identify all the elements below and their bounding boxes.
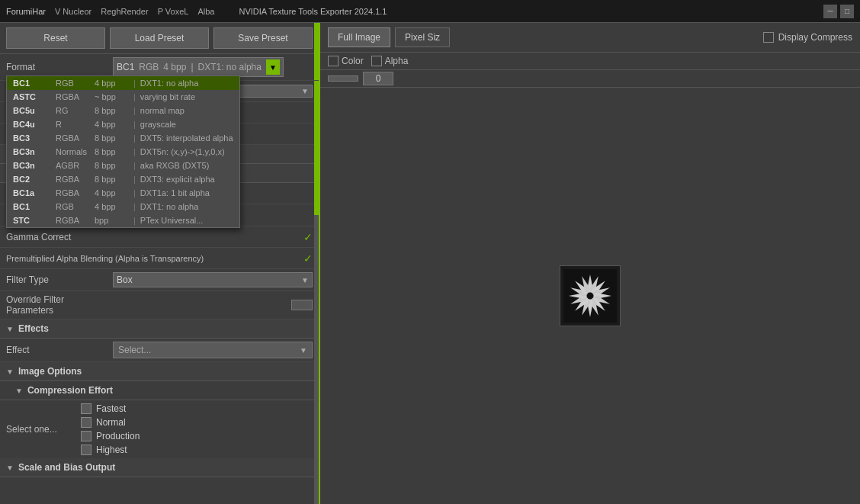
format-option-channels: AGBR bbox=[56, 161, 90, 170]
image-options-header[interactable]: ▼ Image Options bbox=[0, 362, 319, 381]
preview-area bbox=[320, 88, 860, 504]
format-option-bc3n[interactable]: BC3n AGBR 8 bpp | aka RXGB (DXT5) bbox=[7, 159, 239, 172]
format-option-sep: | bbox=[133, 147, 136, 156]
format-option-sep: | bbox=[133, 216, 136, 225]
compression-checkbox-production[interactable] bbox=[81, 431, 91, 441]
effects-label: Effects bbox=[18, 323, 49, 334]
compression-label-production: Production bbox=[96, 431, 140, 441]
scale-bias-header[interactable]: ▼ Scale and Bias Output bbox=[0, 458, 319, 477]
filter-type-label: Filter Type bbox=[6, 274, 113, 285]
minimize-button[interactable]: ─ bbox=[823, 5, 837, 18]
scrollbar[interactable] bbox=[314, 23, 319, 504]
compression-checkbox-fastest[interactable] bbox=[81, 403, 91, 414]
premult-alpha-check[interactable]: ✓ bbox=[303, 252, 313, 265]
load-preset-button[interactable]: Load Preset bbox=[110, 27, 209, 49]
format-option-code: BC5u bbox=[13, 106, 51, 115]
format-option-desc: DXT5: interpolated alpha bbox=[140, 133, 233, 143]
tab-voxel[interactable]: P VoxeL bbox=[158, 7, 189, 16]
gamma-correct-row: Gamma Correct ✓ bbox=[0, 226, 319, 248]
format-option-bc1a[interactable]: BC1a RGBA 4 bpp | DXT1a: 1 bit alpha bbox=[7, 186, 239, 200]
effects-arrow: ▼ bbox=[6, 325, 14, 333]
display-compress-checkbox[interactable] bbox=[763, 32, 774, 43]
format-option-sep: | bbox=[133, 79, 136, 88]
compression-label-highest: Highest bbox=[96, 445, 127, 455]
format-option-code: BC3n bbox=[13, 147, 51, 156]
compression-options-list: Fastest Normal Production Highest bbox=[81, 403, 140, 455]
tab-v[interactable]: V Nucleor bbox=[55, 7, 91, 16]
format-option-astc[interactable]: ASTC RGBA ~ bpp | varying bit rate bbox=[7, 90, 239, 104]
format-option-bc3n[interactable]: BC3n Normals 8 bpp | DXT5n: (x,y)->(1,y,… bbox=[7, 145, 239, 159]
format-option-code: BC1a bbox=[13, 188, 51, 197]
format-option-sep: | bbox=[133, 92, 136, 101]
override-filter-row: Override Filter Parameters bbox=[0, 291, 319, 319]
override-filter-toggle[interactable] bbox=[291, 300, 313, 310]
format-option-bpp: 8 bpp bbox=[95, 133, 129, 143]
image-options-arrow: ▼ bbox=[6, 368, 14, 376]
scrollbar-thumb[interactable] bbox=[314, 23, 319, 215]
format-select[interactable]: BC1 RGB 4 bpp | DXT1: no alpha ▼ bbox=[113, 57, 284, 77]
format-option-bc4u[interactable]: BC4u R 4 bpp | grayscale bbox=[7, 117, 239, 131]
format-option-code: BC1 bbox=[13, 79, 51, 88]
slider-track[interactable] bbox=[328, 75, 358, 82]
format-value: BC1 RGB 4 bpp | DXT1: no alpha ▼ bbox=[113, 57, 313, 77]
display-compress-row: Display Compress bbox=[763, 32, 852, 43]
format-option-desc: DXT1: no alpha bbox=[140, 79, 198, 88]
format-option-sep: | bbox=[133, 202, 136, 211]
gamma-correct-value: ✓ bbox=[113, 231, 313, 243]
format-option-desc: varying bit rate bbox=[140, 92, 195, 101]
format-option-desc: PTex Universal... bbox=[140, 216, 204, 225]
effect-select[interactable]: Select... ▼ bbox=[113, 342, 313, 358]
slider-value: 0 bbox=[363, 72, 393, 85]
pixel-size-button[interactable]: Pixel Siz bbox=[395, 27, 450, 47]
gamma-correct-check[interactable]: ✓ bbox=[303, 231, 313, 243]
override-filter-value bbox=[113, 300, 313, 310]
format-option-bpp: 4 bpp bbox=[95, 120, 129, 129]
title-bar-controls: ─ □ bbox=[823, 5, 854, 18]
full-image-button[interactable]: Full Image bbox=[328, 27, 390, 47]
compression-checkbox-highest[interactable] bbox=[81, 445, 91, 455]
reset-button[interactable]: Reset bbox=[6, 27, 105, 49]
format-option-bc3[interactable]: BC3 RGBA 8 bpp | DXT5: interpolated alph… bbox=[7, 131, 239, 145]
format-option-code: BC2 bbox=[13, 175, 51, 184]
color-checkbox[interactable] bbox=[328, 56, 339, 66]
title-bar: ForumiHar V Nucleor ReghRender P VoxeL A… bbox=[0, 0, 860, 23]
format-option-desc: DXT1: no alpha bbox=[140, 202, 198, 211]
format-option-bpp: 4 bpp bbox=[95, 202, 129, 211]
compression-option-fastest: Fastest bbox=[81, 403, 140, 414]
filter-type-text: Box bbox=[117, 274, 133, 285]
format-option-code: ASTC bbox=[13, 92, 51, 101]
format-option-code: STC bbox=[13, 216, 51, 225]
title-bar-left: ForumiHar V Nucleor ReghRender P VoxeL A… bbox=[6, 7, 387, 16]
compression-effort-label: Compression Effort bbox=[27, 385, 113, 396]
format-option-bpp: 8 bpp bbox=[95, 161, 129, 170]
left-panel: Reset Load Preset Save Preset Format BC1… bbox=[0, 23, 320, 504]
override-filter-label: Override Filter Parameters bbox=[6, 294, 113, 316]
tab-forum[interactable]: ForumiHar bbox=[6, 7, 46, 16]
tab-alba[interactable]: Alba bbox=[197, 7, 214, 16]
format-option-bc5u[interactable]: BC5u RG 8 bpp | normal map bbox=[7, 104, 239, 117]
format-option-bc1[interactable]: BC1 RGB 4 bpp | DXT1: no alpha bbox=[7, 76, 239, 90]
gamma-correct-label: Gamma Correct bbox=[6, 232, 113, 242]
compression-option-normal: Normal bbox=[81, 417, 140, 428]
compression-options-row: Select one... Fastest Normal Production … bbox=[0, 400, 319, 458]
format-option-bc2[interactable]: BC2 RGBA 8 bpp | DXT3: explicit alpha bbox=[7, 172, 239, 186]
compression-checkbox-normal[interactable] bbox=[81, 417, 91, 428]
slider-row: 0 bbox=[320, 70, 860, 88]
format-desc: DXT1: no alpha bbox=[198, 62, 262, 72]
compression-effort-arrow: ▼ bbox=[15, 387, 23, 395]
effect-arrow: ▼ bbox=[300, 346, 307, 355]
format-option-stc[interactable]: STC RGBA bpp | PTex Universal... bbox=[7, 213, 239, 227]
compression-effort-header[interactable]: ▼ Compression Effort bbox=[0, 381, 319, 400]
format-option-bc1[interactable]: BC1 RGB 4 bpp | DXT1: no alpha bbox=[7, 200, 239, 213]
filter-type-select[interactable]: Box ▼ bbox=[113, 272, 313, 287]
tab-rend[interactable]: ReghRender bbox=[101, 7, 148, 16]
effect-label: Effect bbox=[6, 345, 113, 355]
image-options-label: Image Options bbox=[18, 366, 82, 377]
color-item: Color bbox=[328, 56, 364, 66]
effect-placeholder: Select... bbox=[118, 345, 151, 355]
effects-header[interactable]: ▼ Effects bbox=[0, 319, 319, 339]
alpha-checkbox[interactable] bbox=[371, 56, 382, 66]
maximize-button[interactable]: □ bbox=[840, 5, 854, 18]
format-dropdown-arrow[interactable]: ▼ bbox=[266, 59, 280, 75]
save-preset-button[interactable]: Save Preset bbox=[213, 27, 313, 49]
